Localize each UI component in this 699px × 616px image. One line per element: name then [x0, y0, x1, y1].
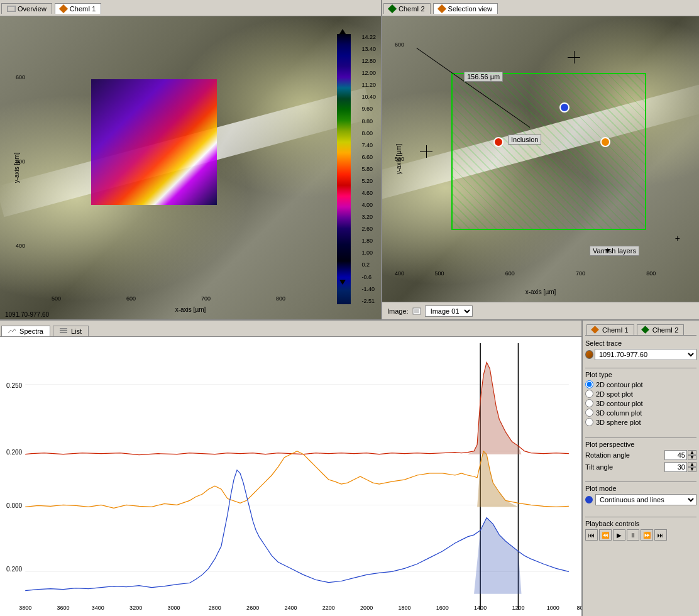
rotation-angle-input[interactable]	[664, 450, 687, 460]
rx-tick-700: 700	[576, 270, 585, 277]
cb-label-112: 11.20	[361, 82, 376, 88]
svg-text:2600: 2600	[246, 605, 259, 611]
svg-text:3600: 3600	[57, 605, 69, 611]
radio-3d-column-input[interactable]	[585, 409, 593, 417]
radio-3d-sphere-input[interactable]	[585, 418, 593, 426]
plot-mode-circle-icon	[585, 496, 593, 503]
tilt-spinbox: ▲ ▼	[688, 462, 696, 472]
radio-2d-contour-label: 2D contour plot	[596, 381, 643, 388]
point-red[interactable]	[493, 137, 504, 147]
svg-rect-6	[60, 332, 67, 333]
radio-3d-sphere[interactable]: 3D sphere plot	[585, 418, 696, 426]
rotation-spinbox: ▲ ▼	[688, 450, 696, 460]
colorbar-arrow-up	[339, 29, 346, 34]
cb-label-32: 3.20	[361, 214, 376, 220]
left-panel-content: 600 500 400 500 600 700 800 y-axis [µm] …	[0, 16, 381, 319]
diamond-green-icon	[388, 4, 397, 13]
sidebar-tab-chem1[interactable]: ChemI 1	[586, 324, 634, 335]
plot-mode-row: Continuous and lines	[585, 494, 696, 505]
x-tick-500: 500	[52, 295, 61, 302]
svg-text:1800: 1800	[398, 605, 410, 611]
right-panel: ChemI 2 Selection view 1	[382, 0, 699, 319]
svg-rect-3	[414, 309, 419, 313]
radio-2d-spot[interactable]: 2D spot plot	[585, 390, 696, 398]
point-orange[interactable]	[600, 137, 610, 147]
radio-2d-contour[interactable]: 2D contour plot	[585, 380, 696, 388]
pb-skip-end[interactable]: ⏭	[654, 529, 667, 541]
spectra-icon	[8, 327, 16, 334]
svg-rect-1	[8, 7, 14, 11]
chem-map	[91, 79, 217, 205]
image-select-bar: Image: Image 01	[382, 302, 699, 319]
pb-skip-start[interactable]: ⏮	[585, 529, 598, 541]
pb-fast-forward[interactable]: ⏩	[641, 529, 653, 541]
y-tick-400: 400	[16, 243, 25, 249]
sb-diamond-orange	[591, 326, 599, 334]
ry-tick-500: 500	[395, 156, 404, 162]
tab-selection-view[interactable]: Selection view	[433, 3, 498, 14]
main-container: Overview ChemI 1 600	[0, 0, 699, 616]
image-dropdown[interactable]: Image 01	[425, 305, 473, 317]
plot-mode-dropdown[interactable]: Continuous and lines	[595, 494, 696, 505]
svg-text:3200: 3200	[129, 605, 142, 611]
measure-label: 156.56 µm	[464, 72, 503, 82]
crosshair-top	[568, 51, 580, 63]
cb-label-n251: -2.51	[361, 298, 376, 304]
svg-rect-5	[60, 330, 67, 331]
tilt-spin-down[interactable]: ▼	[688, 467, 696, 472]
tab-chem1[interactable]: ChemI 1	[55, 3, 102, 14]
sb-diamond-green	[641, 326, 649, 334]
pb-play[interactable]: ▶	[613, 529, 625, 541]
tab-spectra[interactable]: Spectra	[1, 326, 50, 336]
tab-overview[interactable]: Overview	[1, 3, 52, 14]
divider1	[585, 368, 696, 368]
svg-text:0.000: 0.000	[6, 502, 23, 509]
radio-3d-contour-input[interactable]	[585, 399, 593, 407]
plot-mode-section: Plot mode Continuous and lines	[585, 485, 696, 509]
tab-chem2[interactable]: ChemI 2	[383, 3, 431, 14]
tilt-angle-input[interactable]	[664, 462, 687, 472]
svg-text:1400: 1400	[474, 605, 487, 611]
radio-3d-sphere-label: 3D sphere plot	[596, 419, 641, 426]
colorbar-labels: 14.22 13.40 12.80 12.00 11.20 10.40 9.60…	[361, 34, 376, 304]
svg-text:0.200: 0.200	[6, 566, 23, 573]
playback-controls: ⏮ ⏪ ▶ ⏸ ⏩ ⏭	[585, 529, 696, 541]
cb-label-74: 7.40	[361, 142, 376, 148]
svg-text:2400: 2400	[284, 605, 297, 611]
varnish-arrow	[605, 249, 610, 253]
spectra-panel: Spectra List 0.250 0.200 0.000 0.200	[0, 321, 583, 616]
radio-3d-column[interactable]: 3D column plot	[585, 409, 696, 417]
cb-label-46: 4.60	[361, 190, 376, 196]
radio-3d-contour-label: 3D contour plot	[596, 400, 643, 407]
ry-tick-400: 400	[395, 270, 404, 277]
radio-3d-contour[interactable]: 3D contour plot	[585, 399, 696, 407]
point-blue[interactable]	[559, 102, 570, 113]
radio-2d-contour-input[interactable]	[585, 380, 593, 388]
tab-chem1-label: ChemI 1	[70, 5, 96, 13]
plot-perspective-label: Plot perspective	[585, 441, 696, 448]
svg-rect-4	[60, 328, 67, 329]
pb-rewind[interactable]: ⏪	[599, 529, 612, 541]
inclusion-label: Inclusion	[508, 135, 541, 145]
select-trace-dropdown[interactable]: 1091.70-977.60	[595, 349, 696, 360]
list-icon	[60, 327, 67, 334]
svg-text:3000: 3000	[167, 605, 180, 611]
svg-text:1600: 1600	[436, 605, 449, 611]
cb-label-n14: -1.40	[361, 286, 376, 292]
tilt-label: Tilt angle	[585, 463, 613, 471]
right-panel-tabs: ChemI 2 Selection view	[382, 0, 699, 16]
x-tick-800: 800	[276, 295, 285, 302]
left-panel-tabs: Overview ChemI 1	[0, 0, 381, 16]
pb-pause[interactable]: ⏸	[627, 529, 639, 541]
radio-2d-spot-input[interactable]	[585, 390, 593, 398]
spectra-tabs: Spectra List	[0, 321, 581, 337]
sidebar-tab-chem2[interactable]: ChemI 2	[637, 324, 685, 335]
selection-overlay[interactable]	[451, 73, 646, 230]
svg-text:0.200: 0.200	[6, 449, 23, 456]
plot-type-section: Plot type 2D contour plot 2D spot plot 3…	[585, 371, 696, 430]
tab-list[interactable]: List	[53, 326, 89, 336]
right-x-ticks: 500 600 700 800	[404, 270, 686, 277]
rotation-spin-down[interactable]: ▼	[688, 455, 696, 460]
x-axis-label-right: x-axis [µm]	[526, 289, 556, 295]
cb-label-58: 5.80	[361, 166, 376, 172]
